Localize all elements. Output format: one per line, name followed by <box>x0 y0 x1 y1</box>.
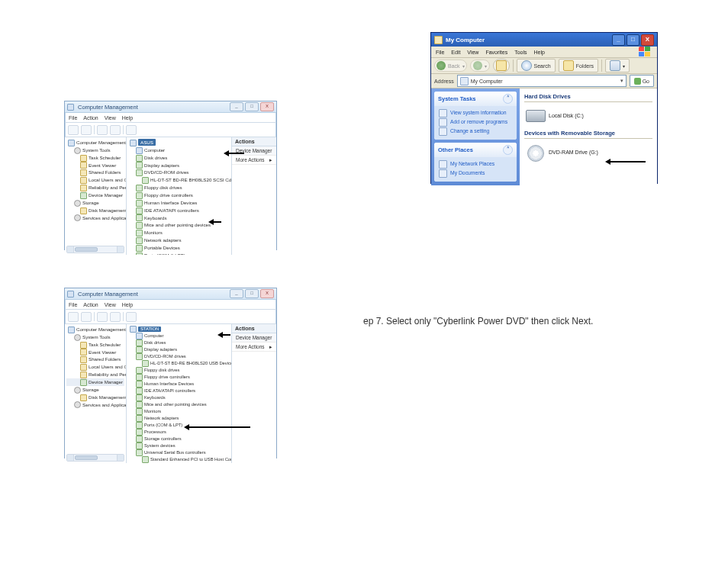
tree-services[interactable]: Services and Applications <box>66 214 124 222</box>
minimize-button[interactable]: _ <box>230 289 243 298</box>
toolbar-button[interactable] <box>81 125 92 135</box>
menu-view[interactable]: View <box>105 302 116 307</box>
tree-item[interactable]: Disk drives <box>128 339 230 346</box>
toolbar-button[interactable] <box>110 125 121 135</box>
menu-help[interactable]: Help <box>122 302 133 307</box>
menu-action[interactable]: Action <box>83 302 98 307</box>
maximize-button[interactable]: □ <box>627 34 639 46</box>
toolbar-button[interactable] <box>97 125 108 135</box>
place-network[interactable]: My Network Places <box>439 159 512 169</box>
horizontal-scrollbar[interactable] <box>66 454 124 462</box>
tree-item[interactable]: Disk Management <box>66 207 124 214</box>
toolbar-button[interactable] <box>68 125 79 135</box>
views-button[interactable]: ▾ <box>605 59 630 72</box>
tree-item[interactable]: Display adapters <box>128 346 230 353</box>
go-button[interactable]: Go <box>630 75 654 87</box>
tree-item[interactable]: Ports (COM & LPT) <box>128 252 230 255</box>
address-field[interactable]: My Computer ▾ <box>457 75 627 87</box>
tree-services[interactable]: Services and Applications <box>66 401 124 409</box>
menu-file[interactable]: File <box>69 302 77 307</box>
task-add-remove-programs[interactable]: Add or remove programs <box>439 117 512 127</box>
close-button[interactable]: X <box>260 289 274 298</box>
tree-item[interactable]: Reliability and Perform <box>66 184 124 191</box>
menu-tools[interactable]: Tools <box>514 50 527 55</box>
tree-item[interactable]: Monitors <box>128 408 230 415</box>
back-button[interactable]: Back ▾ <box>434 60 467 72</box>
actions-item[interactable]: Device Manager <box>232 146 276 156</box>
actions-item[interactable]: Device Manager <box>232 333 276 343</box>
menu-help[interactable]: Help <box>122 115 133 121</box>
tree-item[interactable]: Floppy drive controllers <box>128 374 230 381</box>
tree-item[interactable]: Ports (COM & LPT) <box>128 422 230 429</box>
actions-item[interactable]: More Actions ▸ <box>232 343 276 352</box>
cm1-titlebar[interactable]: Computer Management _ □ X <box>65 101 276 113</box>
place-documents[interactable]: My Documents <box>439 169 512 178</box>
menu-file[interactable]: File <box>436 50 444 55</box>
tree-item[interactable]: Computer <box>128 146 230 154</box>
cm1-device-tree[interactable]: ASUS Computer Disk drives Display adapte… <box>127 137 231 255</box>
toolbar-button[interactable] <box>81 312 92 322</box>
tree-item[interactable]: System devices <box>128 442 230 449</box>
tree-item[interactable]: Network adapters <box>128 415 230 422</box>
forward-button[interactable]: ▾ <box>470 60 490 72</box>
tree-item[interactable]: Standard Enhanced PCI to USB Host Contro… <box>128 456 230 463</box>
tree-item[interactable]: Storage controllers <box>128 436 230 442</box>
cm1-left-tree[interactable]: Computer Management (Local System Tools … <box>65 137 127 255</box>
tree-item[interactable]: Reliability and Perform <box>66 371 124 378</box>
search-button[interactable]: Search <box>517 59 556 72</box>
tree-item[interactable]: Event Viewer <box>66 162 124 169</box>
tree-dvd-cdrom[interactable]: DVD/CD-ROM drives <box>128 353 230 360</box>
tree-item[interactable]: Floppy disk drives <box>128 367 230 374</box>
toolbar-button[interactable] <box>126 312 137 322</box>
tree-root[interactable]: ASUS <box>128 139 230 146</box>
folders-button[interactable]: Folders <box>559 59 598 72</box>
tree-item[interactable]: Shared Folders <box>66 355 124 363</box>
tree-item[interactable]: IDE ATA/ATAPI controllers <box>128 388 230 394</box>
drive-local-c[interactable]: Local Disk (C:) <box>524 106 652 128</box>
tree-item[interactable]: Human Interface Devices <box>128 199 230 207</box>
menu-favorites[interactable]: Favorites <box>485 50 507 55</box>
toolbar-button[interactable] <box>126 125 137 135</box>
cm2-titlebar[interactable]: Computer Management _ □ X <box>65 288 276 300</box>
close-button[interactable]: X <box>641 34 654 46</box>
maximize-button[interactable]: □ <box>245 102 259 111</box>
tree-storage[interactable]: Storage <box>66 199 124 207</box>
toolbar-button[interactable] <box>110 312 121 322</box>
scroll-thumb[interactable] <box>75 455 98 460</box>
tree-system-tools[interactable]: System Tools <box>66 146 124 154</box>
tree-bd-device[interactable]: HL-DT-ST BD-RE BH08LS20 SCSI CdRom Devic… <box>128 176 230 184</box>
tree-item[interactable]: Disk Management <box>66 394 124 401</box>
tree-item[interactable]: Local Users and Groups <box>66 363 124 371</box>
horizontal-scrollbar[interactable] <box>66 246 124 253</box>
menu-edit[interactable]: Edit <box>451 50 460 55</box>
tree-usb-controllers[interactable]: Universal Serial Bus controllers <box>128 449 230 456</box>
task-change-setting[interactable]: Change a setting <box>439 127 512 136</box>
system-tasks-header[interactable]: System Tasks ˄ <box>434 92 517 106</box>
tree-item[interactable]: Task Scheduler <box>66 341 124 349</box>
tree-bd-usb-device[interactable]: HL-DT-ST BD-RE BH08LS20 USB Device <box>128 360 230 367</box>
collapse-icon[interactable]: ˄ <box>503 94 513 104</box>
toolbar-button[interactable] <box>97 312 108 322</box>
tree-item[interactable]: Floppy drive controllers <box>128 191 230 199</box>
menu-help[interactable]: Help <box>534 50 545 55</box>
tree-item[interactable]: Portable Devices <box>128 244 230 252</box>
tree-root[interactable]: Computer Management (Local <box>66 139 124 146</box>
tree-item[interactable]: Network adapters <box>128 236 230 244</box>
tree-device-manager[interactable]: Device Manager <box>66 378 124 386</box>
maximize-button[interactable]: □ <box>245 289 259 298</box>
up-button[interactable] <box>493 59 510 72</box>
collapse-icon[interactable]: ˄ <box>503 145 513 155</box>
cm2-left-tree[interactable]: Computer Management (Local System Tools … <box>65 324 127 463</box>
minimize-button[interactable]: _ <box>612 34 625 46</box>
tree-system-tools[interactable]: System Tools <box>66 333 124 341</box>
menu-file[interactable]: File <box>69 115 77 121</box>
tree-item[interactable]: Task Scheduler <box>66 154 124 162</box>
minimize-button[interactable]: _ <box>230 102 243 111</box>
tree-item[interactable]: Floppy disk drives <box>128 184 230 191</box>
close-button[interactable]: X <box>260 102 274 111</box>
tree-item[interactable]: Human Interface Devices <box>128 381 230 388</box>
tree-item[interactable]: Device Manager <box>66 191 124 199</box>
tree-item[interactable]: Shared Folders <box>66 169 124 176</box>
tree-item[interactable]: Monitors <box>128 229 230 236</box>
menu-action[interactable]: Action <box>83 115 98 121</box>
